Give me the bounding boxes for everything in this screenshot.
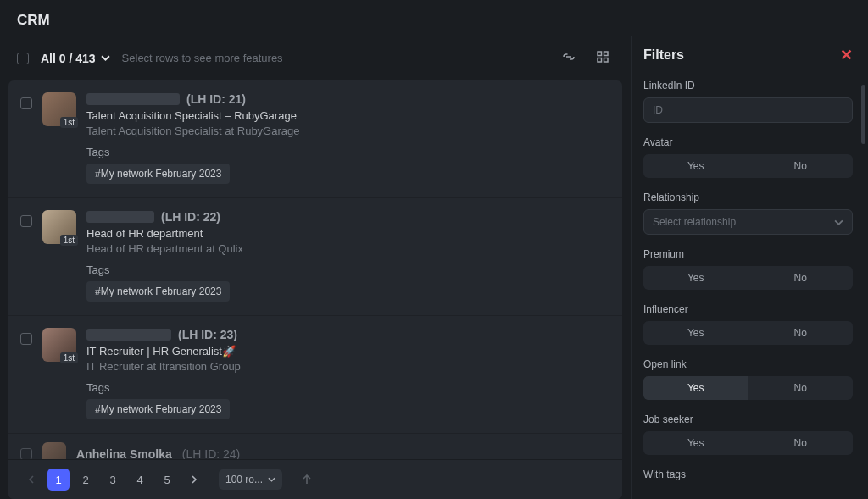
page-size-select[interactable]: 100 ro... (219, 469, 282, 490)
tag-chip[interactable]: #My network February 2023 (86, 281, 230, 302)
contact-name-redacted (86, 211, 154, 223)
close-icon[interactable]: ✕ (840, 46, 853, 64)
job-seeker-no-button[interactable]: No (748, 431, 854, 455)
contacts-list: 1st (LH ID: 21) Talent Acquisition Speci… (8, 80, 622, 499)
relationship-placeholder: Select relationship (653, 216, 736, 228)
filters-panel: Filters ✕ LinkedIn ID Avatar Yes No Rela… (631, 36, 868, 499)
filter-label-linkedin-id: LinkedIn ID (643, 80, 853, 91)
tags-label: Tags (86, 381, 610, 394)
page-size-label: 100 ro... (225, 474, 263, 485)
svg-rect-1 (604, 52, 609, 56)
svg-rect-3 (604, 58, 609, 63)
tag-chip[interactable]: #My network February 2023 (86, 164, 230, 184)
grid-icon-button[interactable] (592, 46, 614, 70)
contact-headline: IT Recruiter | HR Generalist🚀 (86, 345, 610, 358)
open-link-toggle: Yes No (643, 376, 853, 400)
grid-icon (595, 49, 610, 64)
counter-text: All 0 / 413 (41, 52, 96, 65)
list-toolbar: All 0 / 413 Select rows to see more feat… (8, 36, 622, 80)
lh-id: (LH ID: 23) (178, 328, 237, 341)
contact-card[interactable]: 1st (LH ID: 22) Head of HR department He… (8, 198, 622, 316)
connection-icon-button[interactable] (558, 46, 580, 70)
contact-subline: Talent Acquisition Specialist at RubyGar… (86, 125, 610, 137)
contact-headline: Head of HR department (86, 227, 610, 240)
contact-name-redacted (86, 329, 171, 341)
select-all-checkbox[interactable] (17, 53, 29, 64)
influencer-yes-button[interactable]: Yes (643, 321, 748, 345)
chevron-down-icon (268, 477, 275, 482)
contact-card[interactable]: 1st (LH ID: 21) Talent Acquisition Speci… (8, 80, 622, 198)
premium-toggle: Yes No (643, 266, 853, 290)
page-number-button[interactable]: 3 (102, 469, 124, 491)
arrow-up-icon (303, 474, 311, 485)
filter-label-influencer: Influencer (643, 303, 853, 315)
page-number-button[interactable]: 4 (129, 469, 151, 491)
scroll-top-button[interactable] (296, 469, 318, 491)
row-checkbox[interactable] (20, 333, 32, 345)
contact-subline: IT Recruiter at Itransition Group (86, 360, 610, 373)
page-next-button[interactable] (183, 469, 205, 491)
avatar-no-button[interactable]: No (748, 154, 854, 178)
avatar[interactable]: 1st (42, 92, 76, 126)
page-prev-button[interactable] (20, 469, 42, 491)
lh-id: (LH ID: 22) (161, 210, 220, 224)
premium-yes-button[interactable]: Yes (643, 266, 748, 290)
open-link-no-button[interactable]: No (748, 376, 854, 400)
filter-label-open-link: Open link (643, 358, 853, 370)
tags-label: Tags (86, 146, 610, 158)
page-number-button[interactable]: 1 (47, 469, 70, 491)
tags-label: Tags (86, 263, 610, 276)
contact-name-redacted (86, 93, 180, 105)
filter-label-premium: Premium (643, 248, 853, 260)
row-checkbox[interactable] (20, 448, 32, 460)
chevron-down-icon (834, 219, 843, 225)
main-column: All 0 / 413 Select rows to see more feat… (0, 36, 631, 499)
page-number-button[interactable]: 5 (156, 469, 178, 491)
degree-badge: 1st (60, 352, 78, 363)
degree-badge: 1st (60, 117, 78, 128)
page-number-button[interactable]: 2 (75, 469, 97, 491)
open-link-yes-button[interactable]: Yes (643, 376, 748, 400)
job-seeker-toggle: Yes No (643, 431, 853, 455)
premium-no-button[interactable]: No (748, 266, 854, 290)
filter-label-avatar: Avatar (643, 136, 853, 148)
influencer-toggle: Yes No (643, 321, 853, 345)
page-title: CRM (17, 12, 851, 29)
relationship-select[interactable]: Select relationship (643, 209, 853, 235)
filter-label-job-seeker: Job seeker (643, 413, 853, 425)
link-icon (561, 49, 576, 64)
svg-rect-0 (598, 52, 602, 56)
avatar-yes-button[interactable]: Yes (643, 154, 748, 178)
filters-title: Filters (643, 47, 684, 63)
tag-chip[interactable]: #My network February 2023 (86, 399, 230, 419)
row-checkbox[interactable] (20, 97, 32, 109)
contact-headline: Talent Acquisition Specialist – RubyGara… (86, 109, 610, 122)
toolbar-hint: Select rows to see more features (122, 52, 283, 64)
lh-id: (LH ID: 21) (186, 92, 246, 106)
avatar[interactable]: 1st (42, 210, 76, 244)
influencer-no-button[interactable]: No (748, 321, 854, 345)
chevron-right-icon (191, 475, 198, 484)
selection-counter[interactable]: All 0 / 413 (41, 52, 110, 65)
contact-card[interactable]: 1st (LH ID: 23) IT Recruiter | HR Genera… (8, 316, 622, 434)
scrollbar-thumb[interactable] (861, 85, 865, 144)
filter-label-with-tags: With tags (643, 469, 853, 480)
svg-rect-2 (598, 58, 602, 63)
avatar[interactable]: 1st (42, 328, 76, 362)
chevron-down-icon (101, 53, 110, 63)
degree-badge: 1st (60, 235, 78, 246)
job-seeker-yes-button[interactable]: Yes (643, 431, 748, 455)
filter-label-relationship: Relationship (643, 191, 853, 203)
chevron-left-icon (28, 475, 35, 484)
linkedin-id-input[interactable] (643, 97, 853, 123)
avatar-toggle: Yes No (643, 154, 853, 178)
pagination: 1 2 3 4 5 100 ro... (8, 459, 622, 499)
row-checkbox[interactable] (20, 215, 32, 227)
contact-subline: Head of HR department at Qulix (86, 242, 610, 255)
